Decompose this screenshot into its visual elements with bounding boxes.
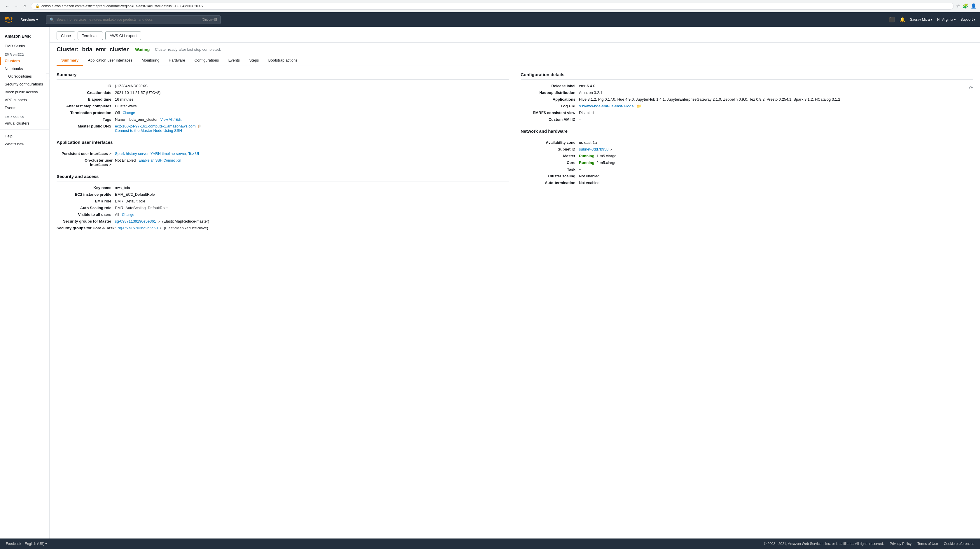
spark-history-server-link[interactable]: Spark history server — [115, 151, 148, 156]
tab-application-user-interfaces[interactable]: Application user interfaces — [83, 55, 137, 66]
value-on-cluster-ui: Not Enabled Enable an SSH Connection — [115, 158, 509, 162]
info-row-on-cluster-ui: On-cluster userinterfaces ↗: Not Enabled… — [57, 157, 509, 168]
tab-monitoring[interactable]: Monitoring — [137, 55, 164, 66]
termination-protection-change-link[interactable]: Change — [123, 111, 135, 115]
log-uri-folder-icon[interactable]: 📁 — [637, 104, 641, 108]
sidebar-item-virtual-clusters[interactable]: Virtual clusters — [0, 119, 49, 127]
info-row-release-label: Release label: emr-6.4.0 — [520, 83, 973, 89]
region-button[interactable]: N. Virginia ▾ — [937, 18, 956, 22]
aws-cli-export-button[interactable]: AWS CLI export — [105, 32, 141, 40]
log-uri-link[interactable]: s3://aws-bda-emr-us-east-1/logs/ — [579, 104, 635, 108]
label-master-node: Master: — [520, 154, 579, 158]
tags-view-edit-link[interactable]: View All / Edit — [161, 118, 181, 122]
sidebar-item-block-public-access[interactable]: Block public access — [0, 88, 49, 96]
forward-button[interactable]: → — [12, 2, 20, 10]
address-bar[interactable]: 🔒 console.aws.amazon.com/elasticmapreduc… — [31, 3, 954, 10]
sidebar-label-help: Help — [5, 134, 13, 138]
master-dns-link[interactable]: ec2-100-24-97-161.compute-1.amazonaws.co… — [115, 124, 196, 128]
tab-summary[interactable]: Summary — [57, 55, 83, 66]
sg-master-link[interactable]: sg-09871139196e5e361 — [115, 219, 156, 223]
aws-logo[interactable]: aws — [5, 16, 13, 23]
profile-icon[interactable]: 👤 — [970, 3, 977, 9]
info-row-emr-role: EMR role: EMR_DefaultRole — [57, 198, 509, 204]
sidebar-item-notebooks[interactable]: Notebooks — [0, 65, 49, 73]
tab-configurations[interactable]: Configurations — [190, 55, 224, 66]
terminate-button[interactable]: Terminate — [78, 32, 103, 40]
aws-smile-icon — [5, 20, 13, 23]
feedback-link[interactable]: Feedback — [6, 542, 21, 546]
privacy-policy-link[interactable]: Privacy Policy — [890, 542, 912, 546]
tez-ui-link[interactable]: Tez UI — [188, 151, 199, 156]
info-row-visible-users: Visible to all users: All Change — [57, 211, 509, 218]
info-row-subnet: Subnet ID: subnet-3dd7b958 ↗ — [520, 146, 973, 153]
sidebar-collapse-button[interactable]: ‹ — [46, 73, 49, 82]
label-az: Availability zone: — [520, 140, 579, 145]
info-row-tags: Tags: Name = bda_emr_cluster View All / … — [57, 116, 509, 123]
sidebar-item-events[interactable]: Events — [0, 104, 49, 112]
sg-core-task-external-icon: ↗ — [159, 227, 162, 230]
clone-button[interactable]: Clone — [57, 32, 75, 40]
sidebar-item-whats-new[interactable]: What's new — [0, 140, 49, 148]
info-row-applications: Applications: Hive 3.1.2, Pig 0.17.0, Hu… — [520, 96, 973, 103]
notification-bell-icon[interactable]: 🔔 — [899, 17, 905, 22]
label-key-name: Key name: — [57, 186, 115, 190]
cluster-name: bda_emr_cluster — [82, 46, 129, 53]
extensions-icon[interactable]: 🧩 — [963, 3, 968, 9]
tab-bootstrap-actions[interactable]: Bootstrap actions — [264, 55, 302, 66]
value-auto-termination: Not enabled — [579, 181, 973, 185]
info-row-id: ID: j-1ZJ84MND820XS — [57, 83, 509, 89]
tab-events[interactable]: Events — [224, 55, 245, 66]
visible-users-change-link[interactable]: Change — [122, 213, 134, 217]
user-menu-button[interactable]: Saurav Mitra ▾ — [910, 18, 932, 22]
sidebar-label-whats-new: What's new — [5, 142, 24, 146]
cookie-preferences-link[interactable]: Cookie preferences — [944, 542, 974, 546]
sidebar-item-vpc-subnets[interactable]: VPC subnets — [0, 96, 49, 104]
value-release-label: emr-6.4.0 — [579, 84, 973, 88]
subnet-external-icon: ↗ — [610, 148, 612, 151]
label-visible-users: Visible to all users: — [57, 212, 115, 217]
tab-steps[interactable]: Steps — [244, 55, 263, 66]
browser-actions: ☆ 🧩 👤 — [956, 3, 977, 9]
sidebar-item-help[interactable]: Help — [0, 132, 49, 140]
sg-core-task-link[interactable]: sg-0f7a15703bc2b6c60 — [118, 226, 158, 230]
support-button[interactable]: Support ▾ — [961, 18, 975, 22]
browser-chrome: ← → ↻ 🔒 console.aws.amazon.com/elasticma… — [0, 0, 980, 12]
back-button[interactable]: ← — [3, 2, 11, 10]
terms-of-use-link[interactable]: Terms of Use — [917, 542, 938, 546]
info-row-sg-master: Security groups for Master: sg-098711391… — [57, 218, 509, 224]
sidebar-label-vpc-subnets: VPC subnets — [5, 98, 27, 102]
terminal-icon[interactable]: ⬛ — [889, 17, 895, 22]
sidebar-item-emr-studio[interactable]: EMR Studio — [0, 42, 49, 50]
master-status: Running — [579, 154, 594, 158]
sidebar-item-git-repos[interactable]: Git repositories — [0, 73, 49, 80]
sidebar-item-clusters[interactable]: Clusters — [0, 57, 49, 65]
label-hadoop: Hadoop distribution: — [520, 91, 579, 95]
core-status: Running — [579, 161, 594, 165]
enable-ssh-link[interactable]: Enable an SSH Connection — [138, 158, 181, 162]
services-button[interactable]: Services ▾ — [18, 16, 41, 24]
info-row-cluster-scaling: Cluster scaling: Not enabled — [520, 173, 973, 180]
ssh-connect-link[interactable]: Connect to the Master Node Using SSH — [115, 128, 182, 133]
value-hadoop: Amazon 3.2.1 — [579, 91, 973, 95]
bookmark-icon[interactable]: ☆ — [956, 3, 960, 9]
copy-icon[interactable]: 📋 — [198, 124, 202, 128]
page-actions: Clone Terminate AWS CLI export — [49, 27, 980, 43]
label-on-cluster-ui: On-cluster userinterfaces ↗: — [57, 158, 115, 167]
value-creation-date: 2021-10-11 21:57 (UTC+8) — [115, 91, 509, 95]
yarn-timeline-server-link[interactable]: YARN timeline server — [151, 151, 186, 156]
info-row-emrfs: EMRFS consistent view: Disabled — [520, 110, 973, 116]
cluster-header: Cluster: bda_emr_cluster Waiting Cluster… — [49, 43, 980, 55]
search-bar[interactable]: 🔍 [Option+S] — [46, 16, 221, 24]
value-emr-role: EMR_DefaultRole — [115, 199, 509, 203]
label-master-dns: Master public DNS: — [57, 124, 115, 128]
value-core-node: Running 2 m5.xlarge — [579, 161, 973, 165]
language-selector[interactable]: English (US) ▾ — [25, 542, 47, 546]
subnet-id-link[interactable]: subnet-3dd7b958 — [579, 147, 608, 151]
refresh-button[interactable]: ↻ — [21, 2, 29, 10]
tab-hardware[interactable]: Hardware — [164, 55, 189, 66]
sidebar-item-security-configs[interactable]: Security configurations — [0, 80, 49, 88]
refresh-content-button[interactable]: ⟳ — [969, 85, 973, 91]
search-input[interactable] — [57, 18, 199, 22]
value-after-last-step: Cluster waits — [115, 104, 509, 108]
value-custom-ami: -- — [579, 117, 973, 122]
